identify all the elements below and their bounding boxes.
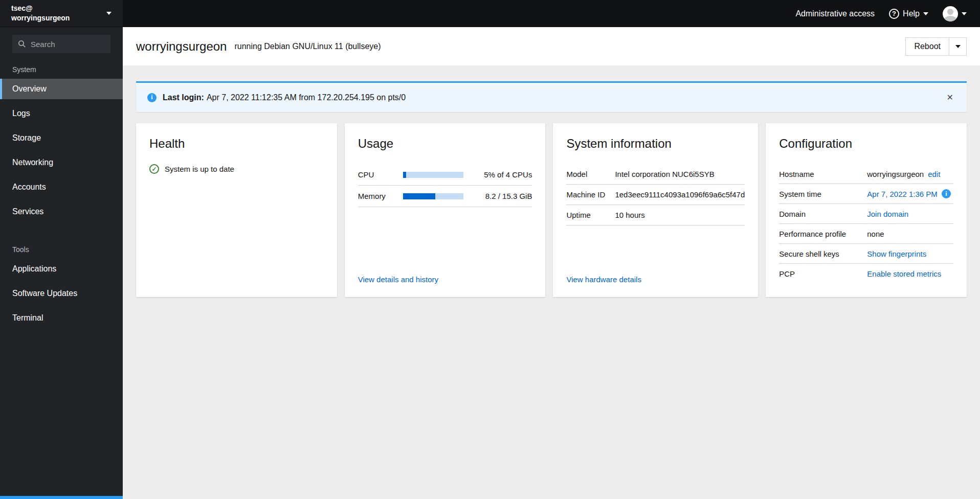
chevron-down-icon [106,12,112,15]
chevron-down-icon [955,45,961,48]
model-row: Model Intel corporation NUC6i5SYB [566,164,745,185]
sidebar: System Overview Logs Storage Networking … [0,27,123,499]
administrative-access-label: Administrative access [795,9,875,18]
card-title: System information [566,137,745,151]
memory-usage-value: 8.2 / 15.3 GiB [485,192,532,200]
card-title: Configuration [779,137,953,151]
last-login-alert: i Last login: Apr 7, 2022 11:12:35 AM fr… [136,81,967,112]
sidebar-item-label: Networking [12,158,53,167]
cpu-progress-bar [403,172,463,178]
main-area: worryingsurgeon running Debian GNU/Linux… [123,27,980,499]
domain-label: Domain [779,210,867,218]
uptime-label: Uptime [566,211,615,219]
show-fingerprints-link[interactable]: Show fingerprints [867,250,926,258]
machine-id-row: Machine ID 1ed3eec9111c4093a1096f69a6c5f… [566,185,745,205]
memory-usage-row: Memory 8.2 / 15.3 GiB [358,186,532,207]
sidebar-item-label: Software Updates [12,289,77,298]
nav-section-label: Tools [0,242,123,259]
cpu-label: CPU [358,170,403,179]
sidebar-search[interactable] [12,35,110,53]
uptime-value: 10 hours [615,211,644,219]
help-menu[interactable]: ? Help [889,9,928,19]
sidebar-item-label: Overview [12,84,47,94]
chevron-down-icon [923,12,928,15]
secure-shell-keys-label: Secure shell keys [779,250,867,258]
content: i Last login: Apr 7, 2022 11:12:35 AM fr… [123,65,980,499]
chevron-down-icon [962,12,967,15]
join-domain-link[interactable]: Join domain [867,210,908,218]
sidebar-item-storage[interactable]: Storage [0,128,123,148]
performance-profile-value: none [867,230,884,238]
masthead: Administrative access ? Help [123,0,980,27]
nav-section-label: System [0,62,123,79]
host-name: worryingsurgeon [11,13,70,23]
memory-label: Memory [358,192,403,200]
memory-progress-fill [403,193,436,199]
machine-id-value: 1ed3eec9111c4093a1096f69a6c5f47d [615,190,745,199]
host-switcher-label: tsec@ worryingsurgeon [11,4,70,23]
sidebar-item-label: Terminal [12,313,43,323]
enable-stored-metrics-link[interactable]: Enable stored metrics [867,269,941,278]
sidebar-item-networking[interactable]: Networking [0,152,123,173]
administrative-access-button[interactable]: Administrative access [795,9,875,18]
info-icon: i [147,93,157,102]
performance-profile-row: Performance profile none [779,224,953,244]
alert-title: Last login: [163,93,204,102]
usage-card: Usage CPU 5% of 4 CPUs Memory 8.2 / 15.3… [345,123,546,297]
sidebar-item-services[interactable]: Services [0,201,123,222]
reboot-split-button: Reboot [905,37,967,56]
session-menu[interactable] [943,6,967,21]
domain-row: Domain Join domain [779,204,953,224]
page-title: worryingsurgeon [136,39,227,54]
system-time-label: System time [779,190,867,198]
close-icon[interactable]: ✕ [947,94,953,102]
system-time-link[interactable]: Apr 7, 2022 1:36 PM [867,190,938,198]
help-label: Help [903,9,920,18]
sidebar-item-accounts[interactable]: Accounts [0,177,123,197]
hostname-row: Hostname worryingsurgeon edit [779,164,953,184]
hostname-label: Hostname [779,170,867,178]
host-switcher[interactable]: tsec@ worryingsurgeon [0,0,123,27]
view-details-history-link[interactable]: View details and history [358,275,532,284]
sidebar-item-label: Logs [12,109,30,118]
content-header: worryingsurgeon running Debian GNU/Linux… [123,27,980,65]
reboot-button[interactable]: Reboot [906,38,949,55]
info-icon[interactable]: i [942,189,951,198]
reboot-menu-toggle[interactable] [949,38,966,55]
sidebar-item-label: Accounts [12,183,46,192]
cpu-progress-fill [403,172,406,178]
sidebar-item-applications[interactable]: Applications [0,259,123,279]
sidebar-item-label: Applications [12,264,56,274]
hostname-value: worryingsurgeon [867,170,924,178]
performance-profile-label: Performance profile [779,230,867,238]
uptime-row: Uptime 10 hours [566,205,745,225]
sidebar-item-terminal[interactable]: Terminal [0,308,123,328]
search-input[interactable] [31,40,105,49]
view-hardware-details-link[interactable]: View hardware details [566,275,745,284]
user-name: tsec@ [11,4,70,13]
memory-progress-bar [403,193,463,199]
sidebar-item-label: Storage [12,133,41,143]
cpu-usage-row: CPU 5% of 4 CPUs [358,164,532,186]
sidebar-item-software-updates[interactable]: Software Updates [0,283,123,304]
alert-message: Apr 7, 2022 11:12:35 AM from 172.20.254.… [207,93,406,102]
check-circle-icon: ✓ [149,164,159,174]
card-title: Health [149,137,324,151]
sidebar-bottom-accent [0,496,123,499]
system-time-row: System time Apr 7, 2022 1:36 PM i [779,184,953,204]
overview-cards: Health ✓ System is up to date Usage CPU … [136,123,967,297]
card-title: Usage [358,137,532,151]
sidebar-item-label: Services [12,207,43,216]
health-status-row: ✓ System is up to date [149,164,324,174]
sidebar-item-logs[interactable]: Logs [0,103,123,124]
search-icon [18,40,26,48]
avatar [943,6,958,21]
health-card: Health ✓ System is up to date [136,123,337,297]
model-value: Intel corporation NUC6i5SYB [615,170,714,178]
cpu-usage-value: 5% of 4 CPUs [484,170,532,179]
sidebar-item-overview[interactable]: Overview [0,79,123,99]
system-information-card: System information Model Intel corporati… [553,123,758,297]
edit-hostname-link[interactable]: edit [928,170,940,178]
pcp-label: PCP [779,269,867,278]
question-circle-icon: ? [889,9,899,19]
